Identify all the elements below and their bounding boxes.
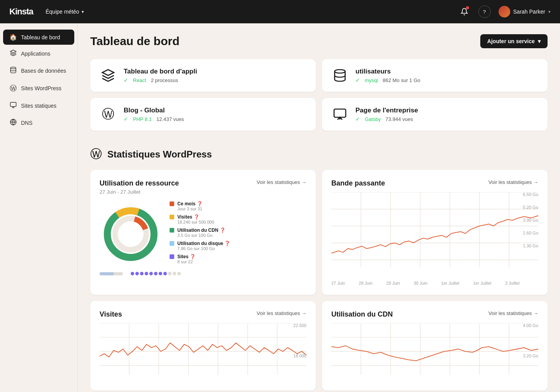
bandwidth-chart-header: Bande passante Voir les statistiques →: [331, 179, 538, 187]
bandwidth-x-5: 1er Juillet: [441, 281, 459, 285]
topnav-right: ? Sarah Parker ▾: [458, 5, 551, 18]
add-service-label: Ajouter un service: [487, 38, 535, 44]
sidebar-label-sites-wordpress: Sites WordPress: [21, 85, 61, 91]
visits-chart-header: Visites Voir les statistiques →: [100, 310, 306, 318]
service-card-db[interactable]: utilisateurs ✓ mysql 862 Mo sur 1 Go: [322, 59, 548, 92]
user-chevron-icon: ▾: [548, 9, 551, 14]
visits-y-labels: 22.500 18.000: [293, 323, 306, 358]
bandwidth-chart-card: Bande passante Voir les statistiques →: [322, 170, 548, 295]
status-icon-app: ✓: [124, 77, 128, 83]
cdn-chart-title: Utilisation du CDN: [331, 310, 393, 318]
service-info-page: Page de l'entreprise ✓ Gatsby 73.944 vue…: [355, 107, 538, 122]
dot-2: [135, 272, 139, 275]
sidebar-label-tableau-de-bord: Tableau de bord: [21, 34, 60, 40]
help-button[interactable]: ?: [478, 5, 491, 18]
service-card-app[interactable]: Tableau de bord d'appli ✓ React 2 proces…: [90, 59, 316, 92]
resource-bottom-indicators: [100, 272, 306, 275]
service-info-app: Tableau de bord d'appli ✓ React 2 proces…: [124, 68, 306, 83]
sidebar-label-bases-de-donnees: Bases de données: [21, 68, 66, 74]
bandwidth-chart-wrap: 6.50 Go 5.20 Go 3.90 Go 2.60 Go 1.30 Go: [331, 192, 538, 278]
donut-chart: [100, 203, 162, 265]
services-grid: Tableau de bord d'appli ✓ React 2 proces…: [90, 59, 548, 131]
cdn-y-2: 3.20 Go: [523, 354, 538, 358]
sidebar-label-sites-statiques: Sites statiques: [21, 103, 56, 109]
svg-point-6: [335, 70, 345, 73]
svg-rect-7: [334, 109, 346, 117]
dot-9: [168, 272, 172, 275]
visits-chart-title: Visites: [100, 310, 122, 318]
visits-chart-link[interactable]: Voir les statistiques →: [257, 310, 306, 316]
sidebar-item-sites-wordpress[interactable]: Ⓦ Sites WordPress: [3, 80, 74, 97]
resource-chart-title: Utilisation de ressource: [100, 179, 179, 187]
dot-10: [173, 272, 176, 275]
resource-chart-subtitle: 27 Juin - 27 Juillet: [100, 189, 306, 195]
service-detail-page: 73.944 vues: [385, 116, 413, 122]
sidebar-item-sites-statiques[interactable]: Sites statiques: [3, 98, 74, 114]
service-info-blog: Blog - Global ✓ PHP 8.1 12.437 vues: [124, 107, 306, 122]
cdn-chart-wrap: 4.00 Go 3.20 Go: [331, 323, 538, 381]
svg-marker-5: [102, 70, 114, 75]
cdn-y-1: 4.00 Go: [523, 323, 538, 328]
legend-item-cdn: Utilisation du CDN ❓ 3.5 Go sur 100 Go: [170, 228, 306, 238]
sidebar-item-bases-de-donnees[interactable]: Bases de données: [3, 63, 74, 79]
service-detail-db: 862 Mo sur 1 Go: [383, 77, 420, 83]
topnav: Kinsta Équipe météo ▾ ? Sarah Parker ▾: [0, 0, 560, 23]
svg-point-1: [10, 67, 16, 69]
bandwidth-chart-link[interactable]: Voir les statistiques →: [488, 179, 538, 185]
bandwidth-chart-title: Bande passante: [331, 179, 385, 187]
wordpress-icon: Ⓦ: [9, 84, 17, 93]
home-icon: 🏠: [9, 33, 17, 41]
legend-color-ce-mois: [170, 201, 174, 206]
sidebar-item-applications[interactable]: Applications: [3, 46, 74, 62]
service-detail-blog: 12.437 vues: [156, 116, 184, 122]
team-selector[interactable]: Équipe météo ▾: [46, 9, 84, 15]
legend-text-disque: Utilisation du disque ❓ 7.86 Go sur 100 …: [177, 241, 230, 251]
svg-marker-0: [10, 50, 16, 53]
avatar: [499, 6, 510, 18]
page-title: Tableau de bord: [90, 35, 179, 48]
service-meta-page: ✓ Gatsby 73.944 vues: [355, 116, 538, 122]
service-status-app: React: [133, 77, 146, 83]
service-info-db: utilisateurs ✓ mysql 862 Mo sur 1 Go: [355, 68, 538, 83]
service-name-app: Tableau de bord d'appli: [124, 68, 306, 75]
cdn-chart-link[interactable]: Voir les statistiques →: [488, 310, 538, 316]
topnav-left: Kinsta Équipe météo ▾: [9, 7, 84, 17]
resource-chart-content: Ce mois ❓ Jour 3 sur 31 Visites ❓ 18.240…: [100, 201, 306, 267]
service-status-blog: PHP 8.1: [133, 116, 152, 122]
user-menu-button[interactable]: Sarah Parker ▾: [499, 6, 551, 18]
sidebar-item-dns[interactable]: DNS: [3, 115, 74, 131]
legend-text-visites: Visites ❓ 18.240 sur 500.000: [177, 214, 214, 224]
status-icon-blog: ✓: [124, 116, 128, 122]
layout: 🏠 Tableau de bord Applications: [0, 23, 560, 392]
bandwidth-x-2: 28 Juin: [359, 281, 373, 285]
layers-icon: [9, 49, 17, 58]
service-status-db: mysql: [365, 77, 378, 83]
bandwidth-x-6: 1er Juillet: [473, 281, 491, 285]
sites-dot-indicator: [131, 272, 181, 275]
add-service-button[interactable]: Ajouter un service ▾: [480, 34, 548, 48]
service-meta-blog: ✓ PHP 8.1 12.437 vues: [124, 116, 306, 122]
resource-chart-card: Utilisation de ressource Voir les statis…: [90, 170, 316, 295]
resource-legend: Ce mois ❓ Jour 3 sur 31 Visites ❓ 18.240…: [170, 201, 306, 267]
legend-text-ce-mois: Ce mois ❓ Jour 3 sur 31: [177, 201, 203, 211]
wp-stats-header: Ⓦ Statistiques WordPress: [90, 146, 548, 162]
legend-item-ce-mois: Ce mois ❓ Jour 3 sur 31: [170, 201, 306, 211]
service-card-blog[interactable]: Ⓦ Blog - Global ✓ PHP 8.1 12.437 vues: [90, 98, 316, 131]
static-icon: [9, 102, 17, 110]
sidebar-label-applications: Applications: [21, 51, 51, 57]
legend-color-disque: [170, 241, 174, 246]
service-meta-db: ✓ mysql 862 Mo sur 1 Go: [355, 77, 538, 83]
page-header: Tableau de bord Ajouter un service ▾: [90, 34, 548, 48]
disk-bar-indicator: [100, 272, 123, 275]
resource-chart-link[interactable]: Voir les statistiques →: [257, 179, 306, 185]
service-card-page[interactable]: Page de l'entreprise ✓ Gatsby 73.944 vue…: [322, 98, 548, 131]
sidebar-item-tableau-de-bord[interactable]: 🏠 Tableau de bord: [3, 30, 74, 45]
status-icon-db: ✓: [355, 77, 360, 83]
svg-rect-2: [10, 102, 16, 107]
service-name-db: utilisateurs: [355, 68, 538, 75]
notifications-button[interactable]: [458, 5, 471, 18]
bandwidth-x-3: 29 Juin: [386, 281, 400, 285]
bandwidth-x-1: 27 Juin: [331, 281, 345, 285]
service-name-blog: Blog - Global: [124, 107, 306, 114]
charts-grid: Utilisation de ressource Voir les statis…: [90, 170, 548, 390]
